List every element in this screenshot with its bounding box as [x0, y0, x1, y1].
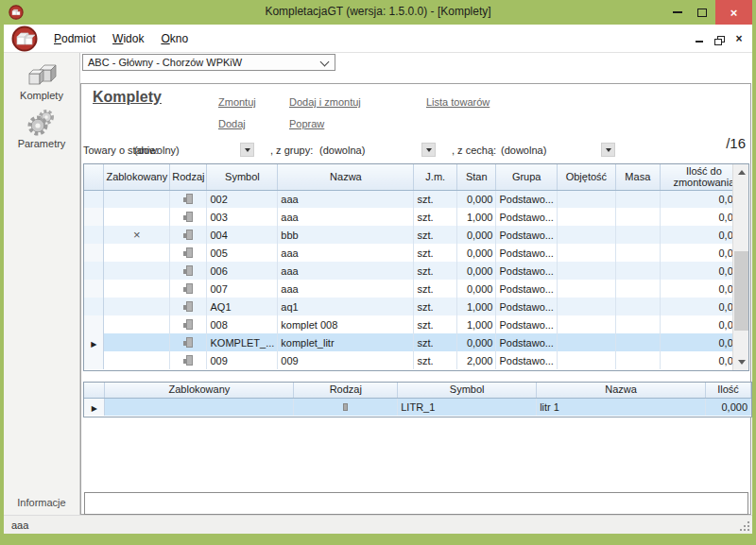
menu-item-widok[interactable]: Widok — [104, 28, 152, 49]
cecha-dropdown-button[interactable] — [601, 143, 615, 157]
column-header-symbol[interactable]: Symbol — [398, 383, 537, 398]
cell-objetosc — [557, 262, 615, 280]
stan-dropdown-button[interactable] — [240, 143, 254, 157]
cell-jm: szt. — [414, 262, 457, 280]
cell-zablokowany — [104, 315, 170, 333]
company-combobox-value: ABC - Główny - Chorzów WPKiW — [88, 57, 242, 68]
maximize-button[interactable] — [690, 0, 714, 25]
vertical-scrollbar[interactable] — [732, 164, 748, 370]
scroll-down-button[interactable] — [733, 354, 749, 370]
column-header-zablokowany[interactable]: Zablokowany — [105, 383, 294, 398]
close-button[interactable]: × — [715, 0, 752, 25]
row-selector — [84, 262, 104, 280]
cell-nazwa: 009 — [278, 351, 414, 369]
row-selector — [84, 226, 104, 244]
cell-nazwa: aaa — [278, 208, 414, 226]
table-row[interactable]: 002aaaszt.0,000Podstawo...0,000 — [84, 190, 748, 208]
mdi-restore-button[interactable] — [713, 33, 725, 44]
cell-jm: szt. — [414, 315, 457, 333]
sidebar: Komplety Parametry Informacje — [4, 53, 80, 515]
cell-objetosc — [557, 351, 615, 369]
menu-item-podmiot[interactable]: Podmiot — [45, 28, 104, 49]
info-textbox[interactable] — [84, 492, 748, 515]
kit-icon — [183, 337, 194, 347]
table-row[interactable]: 007aaaszt.0,000Podstawo...0,000 — [84, 280, 748, 298]
cell-grupa: Podstawo... — [496, 190, 557, 208]
column-header-grupa[interactable]: Grupa — [496, 164, 557, 190]
cell-jm: szt. — [414, 351, 457, 369]
kits-table: ZablokowanyRodzajSymbolNazwaJ.m.StanGrup… — [83, 163, 749, 371]
cell-symbol: 006 — [207, 262, 278, 280]
cell-zablokowany — [104, 244, 170, 262]
filter-value-grupa[interactable]: (dowolna) — [319, 145, 365, 156]
link-zmontuj[interactable]: Zmontuj — [218, 96, 256, 108]
cell-symbol: 008 — [207, 315, 278, 333]
column-header-ilo[interactable]: Ilość — [705, 383, 750, 398]
cell-jm: szt. — [414, 190, 457, 208]
cell-zablokowany: × — [104, 226, 170, 244]
cell-rodzaj — [170, 244, 207, 262]
kit-icon — [183, 301, 194, 311]
table-row[interactable]: 008komplet 008szt.1,000Podstawo...0,000 — [84, 315, 748, 333]
cell-stan: 1,000 — [456, 298, 495, 315]
mdi-close-icon: × — [735, 33, 742, 44]
cell-rodzaj — [170, 262, 207, 280]
minimize-button[interactable] — [665, 0, 690, 25]
link-dodaj[interactable]: Dodaj — [218, 118, 246, 129]
mdi-minimize-icon — [696, 41, 703, 43]
mdi-close-button[interactable]: × — [733, 33, 745, 44]
cell-zablokowany — [104, 333, 170, 351]
column-header-nazwa[interactable]: Nazwa — [278, 164, 414, 190]
window-body: Podmiot Widok Okno × K — [4, 25, 752, 534]
table-row[interactable]: 006aaaszt.0,000Podstawo...0,000 — [84, 262, 748, 280]
column-header-j-m[interactable]: J.m. — [414, 164, 457, 190]
cell-stan: 0,000 — [456, 190, 495, 208]
row-selector — [84, 351, 104, 369]
cell-nazwa: komplet_litr — [278, 333, 414, 351]
column-header-zablokowany[interactable]: Zablokowany — [104, 164, 170, 190]
scroll-thumb[interactable] — [734, 251, 748, 331]
column-header-rodzaj[interactable]: Rodzaj — [170, 164, 207, 190]
column-header-obj-to[interactable]: Objętość — [557, 164, 615, 190]
sidebar-item-komplety[interactable]: Komplety — [4, 60, 79, 101]
row-selector-header[interactable] — [84, 164, 104, 190]
row-selector — [84, 244, 104, 262]
mdi-minimize-button[interactable] — [694, 33, 705, 44]
dropdown-arrow-icon — [245, 148, 250, 152]
row-selector-header[interactable] — [84, 383, 105, 398]
column-header-rodzaj[interactable]: Rodzaj — [294, 383, 398, 398]
table-row[interactable]: 003aaaszt.1,000Podstawo...0,000 — [84, 208, 748, 226]
cell-grupa: Podstawo... — [496, 280, 557, 298]
table-row[interactable]: AQ1aq1szt.1,000Podstawo...0,000 — [84, 298, 748, 315]
cell-jm: szt. — [414, 298, 457, 315]
table-row[interactable]: 009009szt.2,000Podstawo...0,000 — [84, 351, 748, 369]
link-dodaj-i-zmontuj[interactable]: Dodaj i zmontuj — [289, 96, 361, 108]
table-row[interactable]: ▶LITR_1litr 10,000 — [84, 398, 751, 416]
table-row[interactable]: 005aaaszt.0,000Podstawo...0,000 — [84, 244, 748, 262]
column-header-masa[interactable]: Masa — [615, 164, 660, 190]
company-combobox[interactable]: ABC - Główny - Chorzów WPKiW — [82, 54, 335, 71]
sidebar-item-parametry[interactable]: Parametry — [4, 109, 79, 149]
menu-item-okno[interactable]: Okno — [152, 28, 197, 49]
table-row[interactable]: ▶KOMPLET_...komplet_litrszt.0,000Podstaw… — [84, 333, 748, 351]
link-lista-towarow[interactable]: Lista towarów — [426, 96, 490, 108]
resize-grip[interactable] — [747, 529, 749, 531]
kit-icon — [183, 355, 194, 365]
column-header-symbol[interactable]: Symbol — [207, 164, 278, 190]
row-selector — [84, 298, 104, 315]
cell-objetosc — [557, 298, 615, 315]
filter-value-stan[interactable]: (dowolny) — [134, 145, 180, 156]
cell-objetosc — [557, 315, 615, 333]
table-row[interactable]: ×004bbbszt.0,000Podstawo...0,000 — [84, 226, 748, 244]
column-header-nazwa[interactable]: Nazwa — [537, 383, 706, 398]
cell-symbol: 007 — [207, 280, 278, 298]
link-popraw[interactable]: Popraw — [289, 118, 324, 129]
column-header-stan[interactable]: Stan — [456, 164, 495, 190]
filter-value-cecha[interactable]: (dowolna) — [501, 145, 546, 156]
status-bar: aaa — [4, 515, 752, 534]
boxes-icon — [25, 60, 59, 89]
blocked-icon: × — [133, 228, 141, 242]
grupa-dropdown-button[interactable] — [421, 143, 436, 157]
row-selector — [84, 190, 104, 208]
scroll-up-button[interactable] — [733, 164, 749, 180]
